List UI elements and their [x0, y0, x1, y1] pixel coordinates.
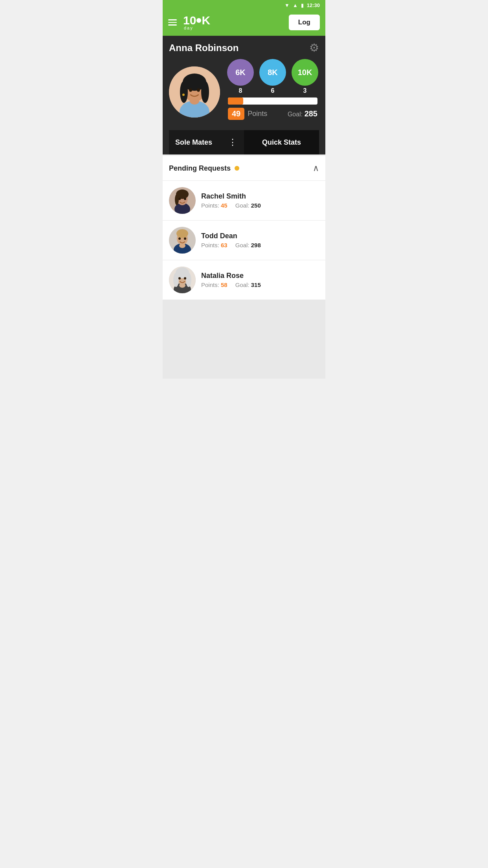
svg-point-9: [182, 94, 185, 96]
hamburger-menu-button[interactable]: [168, 19, 177, 26]
request-stats-todd: Points: 63 Goal: 298: [201, 242, 319, 248]
user-avatar: [169, 66, 220, 118]
request-points-label-todd: Points: 63: [201, 242, 227, 248]
svg-point-5: [180, 81, 188, 103]
progress-area: 49 Points Goal: 285: [226, 97, 319, 125]
goal-value: 285: [305, 109, 317, 118]
logo-day-text: day: [183, 26, 193, 30]
logo-main-text: 10 K: [183, 15, 210, 26]
request-points-label-rachel: Points: 45: [201, 202, 227, 209]
badge-circle-10k: 10K: [292, 59, 318, 86]
request-avatar-natalia: [169, 267, 196, 293]
request-goal-natalia: Goal: 315: [235, 281, 261, 288]
chevron-up-icon[interactable]: ∧: [313, 163, 319, 173]
svg-point-28: [173, 273, 179, 287]
tab-quickstats-label: Quick Stats: [262, 138, 301, 147]
request-goal-val-todd: 298: [251, 242, 261, 248]
request-item-natalia[interactable]: Natalia Rose Points: 58 Goal: 315: [163, 260, 325, 300]
request-points-val-rachel: 45: [221, 202, 227, 209]
svg-point-6: [201, 81, 209, 103]
battery-icon: ▮: [301, 2, 304, 8]
pending-header-left: Pending Requests: [169, 164, 239, 173]
app-header: 10 K day Log: [163, 11, 325, 36]
request-stats-natalia: Points: 58 Goal: 315: [201, 281, 319, 288]
request-goal-val-natalia: 315: [251, 281, 261, 288]
badge-10k: 10K 3: [292, 59, 318, 94]
goal-text: Goal: 285: [288, 109, 317, 118]
request-goal-rachel: Goal: 250: [235, 202, 261, 209]
badge-count-10k: 3: [303, 87, 307, 94]
points-badge: 49: [228, 108, 244, 120]
svg-point-8: [197, 88, 200, 92]
svg-point-21: [178, 237, 181, 240]
svg-point-14: [175, 194, 179, 205]
svg-point-29: [186, 273, 191, 287]
progress-left-group: 49 Points: [228, 108, 267, 120]
request-name-todd: Todd Dean: [201, 232, 319, 240]
header-left: 10 K day: [168, 15, 210, 30]
badges-row: 6K 8 8K 6 10K 3: [226, 59, 319, 94]
request-info-rachel: Rachel Smith Points: 45 Goal: 250: [201, 192, 319, 209]
badges-area: 6K 8 8K 6 10K 3 49: [226, 59, 319, 125]
pending-requests-section: Pending Requests ∧ Rachel Smith Points: …: [163, 156, 325, 300]
points-label: Points: [248, 110, 267, 118]
badge-count-8k: 6: [271, 87, 275, 94]
svg-point-30: [178, 277, 181, 280]
profile-body: 6K 8 8K 6 10K 3 49: [169, 59, 319, 125]
progress-bar-background: [228, 97, 317, 105]
badge-6k: 6K 8: [227, 59, 254, 94]
wifi-icon: ▼: [284, 2, 290, 8]
request-goal-val-rachel: 250: [251, 202, 261, 209]
request-points-label-natalia: Points: 58: [201, 281, 227, 288]
tab-quickstats[interactable]: Quick Stats: [244, 130, 319, 154]
svg-point-20: [176, 229, 188, 238]
status-bar: ▼ ▲ ▮ 12:30: [163, 0, 325, 11]
profile-section: Anna Robinson ⚙: [163, 36, 325, 154]
profile-name: Anna Robinson: [169, 42, 238, 53]
request-points-val-natalia: 58: [221, 281, 227, 288]
badge-circle-8k: 8K: [259, 59, 286, 86]
request-points-val-todd: 63: [221, 242, 227, 248]
request-avatar-todd: [169, 227, 196, 254]
request-name-natalia: Natalia Rose: [201, 272, 319, 280]
profile-tabs: Sole Mates ⋮ Quick Stats: [169, 130, 319, 154]
pending-requests-title: Pending Requests: [169, 164, 231, 173]
svg-point-31: [184, 277, 186, 280]
badge-8k: 8K 6: [259, 59, 286, 94]
request-info-natalia: Natalia Rose Points: 58 Goal: 315: [201, 272, 319, 288]
logo-circle-icon: [196, 18, 201, 23]
more-options-icon[interactable]: ⋮: [228, 137, 238, 147]
pending-indicator-dot: [235, 166, 239, 171]
svg-point-23: [179, 243, 185, 248]
request-item-todd[interactable]: Todd Dean Points: 63 Goal: 298: [163, 221, 325, 260]
pending-requests-header[interactable]: Pending Requests ∧: [163, 156, 325, 181]
request-info-todd: Todd Dean Points: 63 Goal: 298: [201, 232, 319, 248]
svg-point-16: [184, 198, 186, 200]
svg-point-15: [178, 198, 181, 200]
request-item-rachel[interactable]: Rachel Smith Points: 45 Goal: 250: [163, 181, 325, 221]
request-goal-todd: Goal: 298: [235, 242, 261, 248]
progress-right: Goal: 285: [288, 109, 317, 118]
request-name-rachel: Rachel Smith: [201, 192, 319, 200]
tab-solemates-label: Sole Mates: [175, 138, 212, 147]
badge-circle-6k: 6K: [227, 59, 254, 86]
progress-info: 49 Points Goal: 285: [228, 108, 317, 120]
svg-point-22: [184, 237, 186, 240]
request-avatar-rachel: [169, 187, 196, 214]
settings-icon[interactable]: ⚙: [309, 41, 319, 54]
svg-point-32: [179, 283, 185, 288]
tab-solemates[interactable]: Sole Mates ⋮: [169, 130, 244, 154]
log-button[interactable]: Log: [289, 15, 320, 30]
progress-bar-fill: [228, 97, 243, 105]
signal-icon: ▲: [293, 2, 298, 8]
bottom-background-area: [163, 300, 325, 379]
svg-point-7: [189, 88, 192, 92]
time-display: 12:30: [307, 2, 320, 8]
badge-count-6k: 8: [239, 87, 242, 94]
request-stats-rachel: Points: 45 Goal: 250: [201, 202, 319, 209]
profile-top: Anna Robinson ⚙: [169, 41, 319, 54]
app-logo: 10 K day: [183, 15, 210, 30]
goal-label: Goal:: [288, 111, 303, 118]
